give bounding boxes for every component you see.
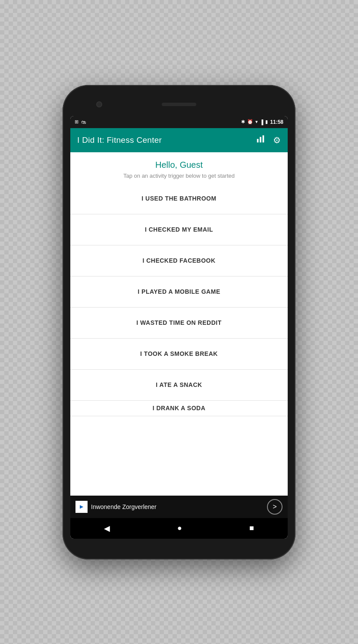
- ad-banner[interactable]: ▶ Inwonende Zorgverlener >: [70, 496, 288, 518]
- activity-item-soda[interactable]: I DRANK A SODA: [70, 401, 288, 416]
- greeting-text: Hello, Guest: [77, 160, 281, 170]
- ad-left-content: ▶ Inwonende Zorgverlener: [75, 501, 157, 513]
- back-button[interactable]: ◀: [95, 520, 119, 537]
- status-left-icons: ⊞ 🛍: [75, 119, 86, 125]
- phone-device: ⊞ 🛍 ✱ ⏰ ▾ ▐ ▮ 11:58 I Did It: Fitness Ce…: [63, 85, 295, 559]
- chart-icon[interactable]: [256, 134, 265, 146]
- front-camera: [96, 101, 102, 107]
- status-bar: ⊞ 🛍 ✱ ⏰ ▾ ▐ ▮ 11:58: [70, 116, 288, 128]
- activity-item-facebook[interactable]: I CHECKED FACEBOOK: [70, 245, 288, 276]
- subtitle-text: Tap on an activity trigger below to get …: [77, 173, 281, 179]
- signal-icon: ▐: [260, 119, 264, 125]
- notification-icon: 🛍: [81, 119, 86, 125]
- activity-item-email[interactable]: I CHECKED MY EMAIL: [70, 214, 288, 245]
- ad-icon: ▶: [75, 501, 88, 513]
- alarm-icon: ⏰: [247, 119, 253, 125]
- window-icon: ⊞: [75, 119, 79, 125]
- activity-item-reddit[interactable]: I WASTED TIME ON REDDIT: [70, 308, 288, 339]
- arrow-icon: >: [273, 503, 276, 511]
- app-bar-actions: ⚙: [256, 134, 281, 146]
- nav-bar: ◀ ● ■: [70, 518, 288, 539]
- ad-text: Inwonende Zorgverlener: [91, 503, 157, 510]
- svg-rect-1: [260, 137, 261, 142]
- settings-icon[interactable]: ⚙: [273, 135, 281, 145]
- activity-item-bathroom[interactable]: I USED THE BATHROOM: [70, 183, 288, 214]
- app-title: I Did It: Fitness Center: [77, 135, 162, 145]
- greeting-section: Hello, Guest Tap on an activity trigger …: [70, 152, 288, 183]
- speaker: [162, 103, 196, 106]
- svg-rect-0: [257, 139, 259, 142]
- ad-arrow-button[interactable]: >: [267, 499, 283, 515]
- activity-item-snack[interactable]: I ATE A SNACK: [70, 370, 288, 401]
- ad-logo: ▶: [80, 504, 83, 509]
- phone-screen: ⊞ 🛍 ✱ ⏰ ▾ ▐ ▮ 11:58 I Did It: Fitness Ce…: [70, 116, 288, 539]
- battery-icon: ▮: [265, 119, 268, 125]
- bluetooth-icon: ✱: [241, 119, 245, 125]
- content-area: Hello, Guest Tap on an activity trigger …: [70, 152, 288, 496]
- recents-button[interactable]: ■: [241, 520, 263, 536]
- phone-top-bar: [70, 98, 288, 111]
- app-bar: I Did It: Fitness Center ⚙: [70, 128, 288, 152]
- activity-item-smoke[interactable]: I TOOK A SMOKE BREAK: [70, 339, 288, 370]
- activities-list: I USED THE BATHROOM I CHECKED MY EMAIL I…: [70, 183, 288, 496]
- status-right-icons: ✱ ⏰ ▾ ▐ ▮ 11:58: [241, 119, 284, 125]
- status-time: 11:58: [270, 119, 283, 125]
- svg-rect-2: [263, 135, 264, 143]
- activity-item-mobile-game[interactable]: I PLAYED A MOBILE GAME: [70, 276, 288, 308]
- home-button[interactable]: ●: [169, 520, 191, 536]
- wifi-icon: ▾: [255, 119, 258, 125]
